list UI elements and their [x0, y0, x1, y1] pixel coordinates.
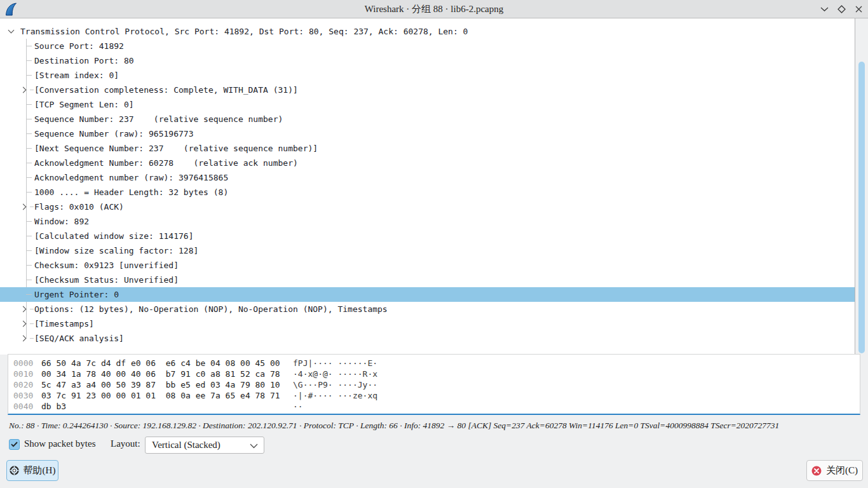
hex-ascii[interactable]: ··	[293, 401, 303, 412]
layout-label: Layout:	[111, 438, 140, 449]
show-packet-bytes-label[interactable]: Show packet bytes	[24, 438, 95, 449]
tree-row[interactable]: Source Port: 41892	[0, 39, 855, 53]
expand-arrow-icon[interactable]	[20, 336, 27, 342]
minimize-icon[interactable]	[819, 4, 829, 15]
show-packet-bytes-checkbox[interactable]	[9, 439, 20, 450]
expand-arrow-icon[interactable]	[20, 321, 27, 327]
tree-row[interactable]: [Window size scaling factor: 128]	[0, 243, 855, 258]
maximize-icon[interactable]	[836, 4, 846, 15]
tree-row-text: [Timestamps]	[34, 316, 94, 331]
tree-row[interactable]: Acknowledgment number (raw): 3976415865	[0, 170, 855, 185]
tree-row[interactable]: [Stream index: 0]	[0, 68, 855, 83]
hex-ascii[interactable]: \G···P9· ····Jy··	[293, 379, 377, 390]
close-button[interactable]: 关闭(C)	[806, 460, 863, 481]
tree-branch-line	[26, 119, 32, 119]
tree-branch-line	[30, 323, 34, 324]
tree-row[interactable]: Window: 892	[0, 214, 855, 229]
tree-row[interactable]: [SEQ/ACK analysis]	[0, 331, 855, 346]
tree-row-text: Urgent Pointer: 0	[34, 287, 119, 302]
hex-offset: 0010	[13, 369, 41, 379]
tree-row-text: Acknowledgment Number: 60278 (relative a…	[34, 156, 298, 170]
hex-ascii[interactable]: ·4·x@·@· ·····R·x	[293, 369, 377, 379]
tree-row[interactable]: Flags: 0x010 (ACK)	[0, 200, 855, 214]
tree-row[interactable]: [Next Sequence Number: 237 (relative seq…	[0, 141, 855, 156]
hex-bytes[interactable]: 03 7c 91 23 00 00 01 01 08 0a ee 7a 65 e…	[41, 390, 293, 401]
hex-offset: 0030	[13, 390, 41, 401]
tree-branch-line	[30, 90, 34, 90]
tree-row-selected[interactable]: Urgent Pointer: 0	[0, 287, 855, 302]
tree-row-text: [Checksum Status: Unverified]	[34, 273, 179, 287]
hex-ascii[interactable]: fPJ|···· ······E·	[293, 358, 377, 369]
hex-row[interactable]: 003003 7c 91 23 00 00 01 01 08 0a ee 7a …	[13, 390, 860, 401]
hex-row[interactable]: 001000 34 1a 78 40 00 40 06 b7 91 c0 a8 …	[13, 369, 860, 379]
tree-row[interactable]: [Calculated window size: 114176]	[0, 229, 855, 243]
tree-row-text: Options: (12 bytes), No-Operation (NOP),…	[34, 302, 388, 316]
hex-offset: 0020	[13, 379, 41, 390]
tree-branch-line	[26, 250, 32, 251]
tree-row[interactable]: Sequence Number: 237 (relative sequence …	[0, 112, 855, 126]
tree-scrollbar-thumb[interactable]	[858, 62, 865, 353]
hex-bytes[interactable]: 00 34 1a 78 40 00 40 06 b7 91 c0 a8 81 5…	[41, 369, 293, 379]
tree-branch-line	[26, 294, 32, 295]
tree-rows: Transmission Control Protocol, Src Port:…	[0, 24, 855, 346]
hex-bytes[interactable]: db b3	[41, 401, 293, 412]
tree-branch-line	[26, 60, 32, 61]
hex-ascii[interactable]: ·|·#···· ···ze·xq	[293, 390, 377, 401]
hex-row[interactable]: 000066 50 4a 7c d4 df e0 06 e6 c4 be 04 …	[13, 358, 860, 369]
tree-row[interactable]: Acknowledgment Number: 60278 (relative a…	[0, 156, 855, 170]
tree-row[interactable]: Destination Port: 80	[0, 53, 855, 68]
tree-row[interactable]: 1000 .... = Header Length: 32 bytes (8)	[0, 185, 855, 200]
help-button[interactable]: 帮助(H)	[6, 460, 58, 481]
tree-branch-line	[26, 221, 32, 222]
tree-row[interactable]: [Timestamps]	[0, 316, 855, 331]
close-window-icon[interactable]	[853, 4, 864, 15]
window-controls	[819, 0, 868, 18]
tree-row-text: [Next Sequence Number: 237 (relative seq…	[34, 141, 318, 156]
help-button-label: 帮助(H)	[24, 464, 56, 477]
packet-detail-tree[interactable]: Transmission Control Protocol, Src Port:…	[0, 18, 855, 355]
tree-branch-line	[26, 133, 32, 134]
tree-scrollbar[interactable]	[855, 18, 868, 355]
hex-bytes[interactable]: 66 50 4a 7c d4 df e0 06 e6 c4 be 04 08 0…	[41, 358, 293, 369]
expand-arrow-icon[interactable]	[20, 306, 27, 313]
layout-dropdown-value: Vertical (Stacked)	[152, 440, 220, 451]
collapse-arrow-icon[interactable]	[8, 27, 15, 34]
window-title: Wireshark · 分组 88 · lib6-2.pcapng	[0, 3, 868, 15]
tree-row[interactable]: Options: (12 bytes), No-Operation (NOP),…	[0, 302, 855, 316]
tree-branch-line	[26, 177, 32, 178]
tree-row-text: Flags: 0x010 (ACK)	[34, 200, 124, 214]
tree-row-text: Sequence Number (raw): 965196773	[34, 126, 193, 141]
tree-row-text: [TCP Segment Len: 0]	[34, 97, 134, 112]
tree-row-text: 1000 .... = Header Length: 32 bytes (8)	[34, 185, 228, 200]
title-bar[interactable]: Wireshark · 分组 88 · lib6-2.pcapng	[0, 0, 868, 18]
packet-summary-line: No.: 88 · Time: 0.244264130 · Source: 19…	[9, 421, 779, 431]
tree-row-text: Source Port: 41892	[34, 39, 124, 53]
layout-dropdown[interactable]: Vertical (Stacked)	[145, 437, 264, 454]
tree-row-text: Sequence Number: 237 (relative sequence …	[34, 112, 283, 126]
tree-row[interactable]: [TCP Segment Len: 0]	[0, 97, 855, 112]
tree-branch-line	[30, 338, 34, 339]
hex-offset: 0000	[13, 358, 41, 369]
hex-row[interactable]: 0040db b3··	[13, 401, 860, 412]
tree-branch-line	[26, 280, 32, 280]
chevron-down-icon	[250, 444, 258, 449]
tree-row[interactable]: [Checksum Status: Unverified]	[0, 273, 855, 287]
tree-row[interactable]: Checksum: 0x9123 [unverified]	[0, 258, 855, 273]
tree-branch-line	[26, 236, 32, 236]
tree-row[interactable]: [Conversation completeness: Complete, WI…	[0, 83, 855, 97]
checkmark-icon	[11, 442, 18, 447]
packet-bytes-pane[interactable]: 000066 50 4a 7c d4 df e0 06 e6 c4 be 04 …	[8, 354, 860, 415]
tree-branch-line	[26, 265, 32, 266]
hex-bytes[interactable]: 5c 47 a3 a4 00 50 39 87 bb e5 ed 03 4a 7…	[41, 379, 293, 390]
wireshark-logo-icon	[5, 3, 18, 16]
expand-arrow-icon[interactable]	[20, 204, 27, 210]
tree-row-text: Destination Port: 80	[34, 53, 134, 68]
tree-branch-line	[26, 163, 32, 163]
tree-row[interactable]: Transmission Control Protocol, Src Port:…	[0, 24, 855, 39]
tree-row[interactable]: Sequence Number (raw): 965196773	[0, 126, 855, 141]
tree-branch-line	[30, 207, 34, 207]
tree-branch-line	[26, 75, 32, 76]
tree-row-text: [SEQ/ACK analysis]	[34, 331, 124, 346]
expand-arrow-icon[interactable]	[20, 87, 27, 93]
hex-row[interactable]: 00205c 47 a3 a4 00 50 39 87 bb e5 ed 03 …	[13, 379, 860, 390]
